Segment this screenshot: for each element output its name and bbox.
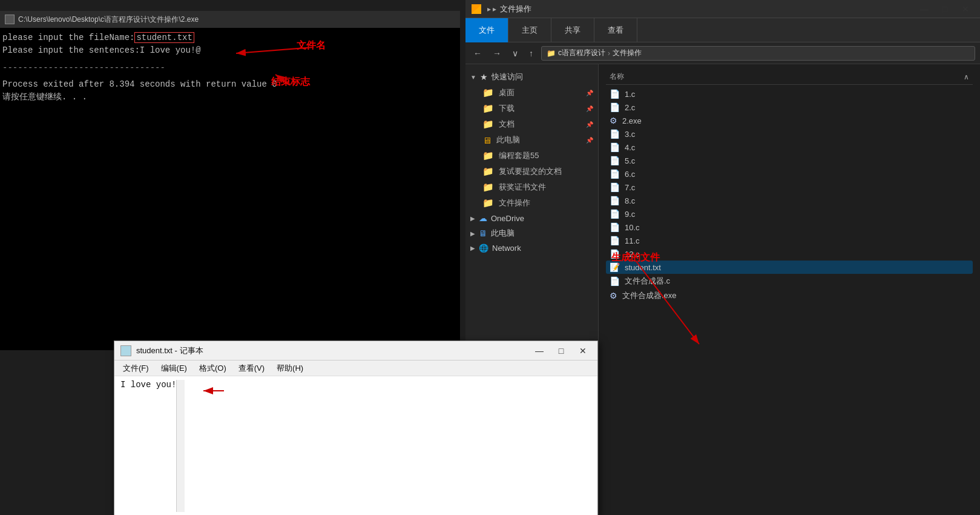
menu-format[interactable]: 格式(O) <box>194 362 231 375</box>
file-row[interactable]: 📄 1.c <box>606 87 973 101</box>
explorer-icon <box>472 4 481 14</box>
file-type-icon: 📄 <box>610 89 620 99</box>
file-name: 10.c <box>625 223 640 232</box>
sidebar-item-label: 编程套题55 <box>499 150 539 161</box>
notepad-minimize[interactable]: — <box>531 344 548 357</box>
file-rows: 📄 1.c📄 2.c⚙ 2.exe📄 3.c📄 4.c📄 5.c📄 6.c📄 <box>606 87 973 303</box>
tab-file[interactable]: 文件 <box>465 18 508 42</box>
file-name: 2.c <box>625 103 635 112</box>
file-row[interactable]: 📄 5.c <box>606 154 973 167</box>
tab-share[interactable]: 共享 <box>551 18 594 42</box>
file-row[interactable]: ⚙ 2.exe <box>606 114 973 127</box>
terminal-line1: please input the fileName:student.txt <box>2 32 458 44</box>
file-name: 4.c <box>625 143 635 152</box>
folder-icon: 📁 <box>482 119 494 130</box>
notepad-menubar: 文件(F) 编辑(E) 格式(O) 查看(V) 帮助(H) <box>114 360 597 376</box>
file-row[interactable]: 📄 3.c <box>606 127 973 141</box>
sidebar-item-thispc[interactable]: 🖥 此电脑 📌 <box>465 132 598 148</box>
notepad-title: student.txt - 记事本 <box>136 345 526 356</box>
explorer-minimize[interactable]: — <box>916 2 933 16</box>
sidebar-group-network[interactable]: ▶ 🌐 Network <box>465 241 598 255</box>
folder-icon: 📁 <box>482 166 494 177</box>
terminal-titlebar: C:\Users\lenovo\Desktop\c语言程序设计\文件操作\2.e… <box>0 11 460 28</box>
pin-icon: 📌 <box>586 105 593 112</box>
pin-icon: 📌 <box>586 137 593 144</box>
file-row[interactable]: 📄 4.c <box>606 141 973 154</box>
file-row[interactable]: 📄 8.c <box>606 194 973 207</box>
file-row[interactable]: 📄 2.c <box>606 101 973 114</box>
notepad-close[interactable]: ✕ <box>574 344 591 357</box>
file-name: student.txt <box>625 263 661 272</box>
file-name: 8.c <box>625 196 635 205</box>
pc-icon: 🖥 <box>479 228 487 238</box>
sidebar-group-label: OneDrive <box>491 214 524 223</box>
menu-help[interactable]: 帮助(H) <box>272 362 308 375</box>
file-row[interactable]: 📄 6.c <box>606 167 973 181</box>
sidebar-item-documents[interactable]: 📁 文档 📌 <box>465 116 598 132</box>
file-row[interactable]: 📄 9.c <box>606 207 973 221</box>
file-name: 3.c <box>625 130 635 139</box>
tab-home[interactable]: 主页 <box>508 18 551 42</box>
sidebar-item-desktop[interactable]: 📁 桌面 📌 <box>465 85 598 101</box>
sidebar-item-prog55[interactable]: 📁 编程套题55 <box>465 148 598 164</box>
file-type-icon: 📄 <box>610 129 620 139</box>
sidebar-item-fileops[interactable]: 📁 文件操作 <box>465 195 598 211</box>
nav-forward[interactable]: → <box>490 47 504 59</box>
sidebar-group-label: 快速访问 <box>492 71 523 82</box>
file-name: 2.exe <box>622 116 642 125</box>
file-type-icon: 📄 <box>610 182 620 192</box>
notepad-body[interactable]: I love you! <box>114 376 597 515</box>
terminal-line4: 请按任意键继续. . . <box>2 91 458 104</box>
sidebar-item-retrial[interactable]: 📁 复试要提交的文档 <box>465 164 598 179</box>
sidebar-group-quickaccess[interactable]: ▼ ★ 快速访问 <box>465 69 598 85</box>
menu-view[interactable]: 查看(V) <box>234 362 269 375</box>
file-row[interactable]: 📄 12.c <box>606 247 973 261</box>
file-row[interactable]: 📝 student.txt <box>606 261 973 274</box>
file-row[interactable]: 📄 7.c <box>606 181 973 194</box>
cloud-icon: ☁ <box>479 213 487 223</box>
file-type-icon: 📝 <box>610 262 620 272</box>
nav-up[interactable]: ↑ <box>526 47 536 59</box>
file-name: 文件合成器.exe <box>622 290 677 301</box>
sidebar-group-onedrive[interactable]: ▶ ☁ OneDrive <box>465 211 598 225</box>
chevron-right-icon: ▶ <box>470 245 475 251</box>
file-type-icon: 📄 <box>610 276 620 286</box>
menu-edit[interactable]: 编辑(E) <box>156 362 192 375</box>
folder-icon: 📁 <box>482 103 494 114</box>
nav-recent[interactable]: ∨ <box>509 47 521 59</box>
file-name: 12.c <box>625 250 640 259</box>
sidebar-group-pc[interactable]: ▶ 🖥 此电脑 <box>465 225 598 241</box>
file-name: 5.c <box>625 156 635 165</box>
file-row[interactable]: 📄 文件合成器.c <box>606 274 973 288</box>
notepad-maximize[interactable]: □ <box>553 344 570 357</box>
notepad-window: student.txt - 记事本 — □ ✕ 文件(F) 编辑(E) 格式(O… <box>114 341 598 515</box>
terminal-title: C:\Users\lenovo\Desktop\c语言程序设计\文件操作\2.e… <box>18 15 199 25</box>
file-name: 1.c <box>625 90 635 99</box>
explorer-close[interactable]: ✕ <box>957 2 974 16</box>
terminal-line3: Process exited after 8.394 seconds with … <box>2 78 458 91</box>
sidebar-item-label: 获奖证书文件 <box>499 182 546 193</box>
col-name-header: 名称 <box>610 71 964 82</box>
terminal-body: please input the fileName:student.txt Pl… <box>0 28 460 107</box>
file-row[interactable]: 📄 10.c <box>606 221 973 234</box>
file-row[interactable]: ⚙ 文件合成器.exe <box>606 288 973 303</box>
folder-icon: 🖥 <box>482 135 492 145</box>
file-type-icon: 📄 <box>610 169 620 179</box>
sidebar-group-label: 此电脑 <box>491 228 515 239</box>
network-icon: 🌐 <box>479 244 488 253</box>
file-type-icon: ⚙ <box>610 291 617 301</box>
menu-file[interactable]: 文件(F) <box>118 362 154 375</box>
address-bar[interactable]: 📁 c语言程序设计 › 文件操作 <box>541 46 975 61</box>
explorer-maximize[interactable]: □ <box>936 2 953 16</box>
file-row[interactable]: 📄 11.c <box>606 234 973 247</box>
addr-segment1: c语言程序设计 <box>558 48 605 58</box>
sidebar-item-awards[interactable]: 📁 获奖证书文件 <box>465 179 598 195</box>
file-type-icon: 📄 <box>610 156 620 165</box>
notepad-scrollbar[interactable] <box>176 380 185 512</box>
file-type-icon: 📄 <box>610 236 620 245</box>
sidebar-item-label: 文件操作 <box>499 198 530 208</box>
tab-view[interactable]: 查看 <box>594 18 637 42</box>
sidebar-item-downloads[interactable]: 📁 下载 📌 <box>465 101 598 116</box>
nav-back[interactable]: ← <box>470 47 485 59</box>
file-name: 7.c <box>625 183 635 192</box>
